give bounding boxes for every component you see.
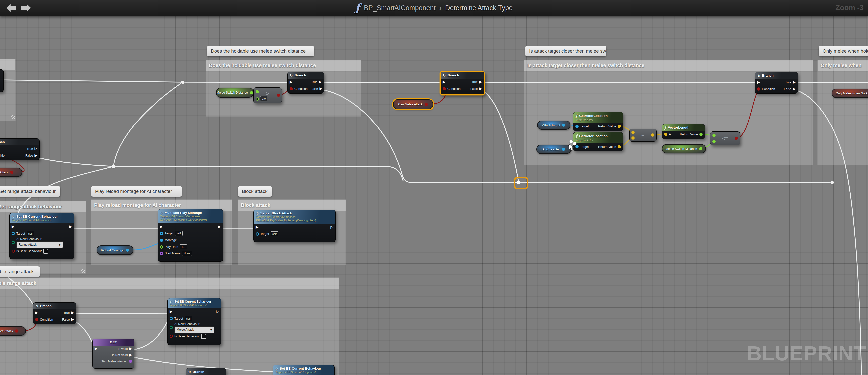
output-pin[interactable]	[735, 137, 738, 140]
input-a-pin[interactable]	[631, 131, 635, 134]
target-self-value[interactable]: self	[185, 316, 192, 321]
exec-out-true-pin[interactable]: ▶	[793, 80, 796, 84]
branch-node-bottom[interactable]: ↻Branch ▶True▶ ConditionFalse▶	[33, 302, 76, 324]
exec-out-false-pin[interactable]: ▶	[793, 87, 796, 91]
behaviour-dropdown[interactable]: Melee Attack▼	[175, 326, 214, 333]
reroute-pin[interactable]	[516, 181, 520, 184]
target-pin[interactable]	[576, 125, 579, 128]
output-pin[interactable]	[425, 103, 428, 106]
blueprint-graph-canvas[interactable]: Does the holdable use melee switch dista…	[0, 0, 868, 375]
start-name-pin[interactable]	[160, 252, 163, 255]
exec-out-pin[interactable]: ▷	[216, 310, 219, 314]
exec-in-pin[interactable]: ▶	[160, 225, 163, 229]
set-bb-current-behaviour-node-range[interactable]: ◇Set BB Current Behaviour Target is BP S…	[9, 213, 74, 259]
get-node[interactable]: GET ▶Is Valid▶ Is Not Valid▶ Start Melee…	[92, 339, 134, 369]
target-pin[interactable]	[12, 232, 15, 235]
subtract-node[interactable]: –	[629, 129, 657, 142]
target-pin[interactable]	[256, 232, 259, 235]
branch-node-bottom-clipped[interactable]: ↻Branch	[186, 368, 226, 375]
return-value-pin[interactable]	[618, 125, 621, 128]
wire-junction-dot[interactable]	[181, 81, 184, 84]
variable-pill-can-melee-attack-bottom-clipped[interactable]: Can Melee Attack	[0, 326, 26, 336]
target-pin[interactable]	[170, 317, 173, 320]
start-name-value[interactable]: None	[182, 251, 192, 256]
condition-pin[interactable]	[35, 318, 38, 321]
output-pin[interactable]	[277, 93, 280, 97]
output-pin[interactable]	[562, 148, 565, 151]
is-base-pin[interactable]	[170, 335, 173, 338]
target-self-value[interactable]: self	[175, 231, 183, 236]
input-b-pin[interactable]	[712, 140, 716, 143]
set-bb-current-behaviour-node-clipped[interactable]: ◇Set BB Current Behaviour Target is BP S…	[273, 365, 335, 375]
input-a-pin[interactable]	[712, 134, 716, 137]
exec-out-false-pin[interactable]: ▶	[71, 318, 74, 321]
wire-junction-dot[interactable]	[831, 181, 834, 184]
get-actor-location-node-1[interactable]: ƒGetActorLocation Target is Actor Target…	[573, 112, 623, 131]
output-pin[interactable]	[651, 134, 654, 137]
exec-in-pin[interactable]: ▶	[12, 225, 15, 229]
variable-pill-melee-switch-distance-2[interactable]: Melee Switch Distance	[662, 144, 706, 153]
behaviour-enum-pin[interactable]	[170, 326, 173, 329]
variable-pill-only-melee-clipped[interactable]: Only Melee when No Ar	[832, 89, 868, 98]
exec-in-pin[interactable]: ▶	[35, 311, 38, 315]
branch-node-3[interactable]: ↻Branch ▶True▶ ConditionFalse▶	[755, 72, 798, 93]
play-rate-pin[interactable]	[160, 245, 163, 249]
greater-node[interactable]: > 0.0	[253, 87, 282, 103]
exec-in-pin[interactable]: ▶	[757, 80, 760, 84]
output-pin[interactable]	[10, 171, 13, 174]
target-self-value[interactable]: self	[271, 231, 278, 236]
reroute-node-selected[interactable]	[514, 177, 528, 190]
return-value-pin[interactable]	[699, 133, 703, 136]
variable-pill-reload-montage[interactable]: Reload Montage	[97, 245, 133, 255]
exec-out-true-pin[interactable]: ▶	[71, 311, 74, 315]
input-a-pin[interactable]	[256, 90, 259, 93]
input-b-pin[interactable]	[256, 97, 259, 100]
input-b-pin[interactable]	[631, 137, 635, 140]
get-actor-location-node-2[interactable]: ƒGetActorLocation Target is Actor Target…	[573, 132, 623, 151]
exec-out-pin[interactable]: ▶	[69, 225, 72, 229]
exec-in-pin[interactable]: ▶	[95, 347, 98, 350]
output-pin[interactable]	[126, 249, 129, 252]
output-pin[interactable]	[562, 123, 565, 127]
output-pin[interactable]	[699, 147, 702, 150]
wire-junction-dot[interactable]	[112, 165, 115, 168]
variable-pill-melee-switch-distance[interactable]: Melee Switch Distance	[216, 88, 253, 97]
condition-pin[interactable]	[289, 87, 293, 90]
exec-out-false-pin[interactable]: ▶	[319, 87, 322, 91]
variable-pill-attack-target[interactable]: Attack Target	[537, 120, 570, 130]
behaviour-dropdown[interactable]: Range Attack▼	[17, 241, 63, 248]
branch-node-2-selected[interactable]: ↻Branch ▶True▶ ConditionFalse▶	[440, 71, 485, 95]
exec-in-pin[interactable]: ▶	[170, 310, 173, 314]
return-value-pin[interactable]	[618, 145, 621, 148]
variable-pill-can-melee-attack-clipped[interactable]: Can Melee Attack	[0, 168, 22, 177]
is-not-valid-exec-pin[interactable]: ▶	[129, 353, 132, 357]
exec-out-pin[interactable]: ▶	[218, 225, 221, 229]
forward-arrow-icon[interactable]	[21, 4, 31, 12]
is-base-checkbox[interactable]	[43, 249, 48, 254]
multicast-play-montage-node[interactable]: ◇Multicast Play Montage Target is BP Sma…	[158, 209, 223, 262]
exec-in-pin[interactable]: ▶	[256, 225, 259, 229]
exec-out-true-pin[interactable]: ▶	[479, 80, 482, 84]
exec-in-pin[interactable]: ▶	[443, 80, 445, 84]
exec-out-pin[interactable]: ▷	[331, 225, 334, 229]
greater-b-value[interactable]: 0.0	[260, 96, 268, 101]
start-melee-weapon-pin[interactable]	[129, 359, 132, 363]
behaviour-enum-pin[interactable]	[12, 241, 15, 244]
less-equal-node[interactable]: <=	[710, 132, 740, 145]
a-pin[interactable]	[664, 133, 668, 136]
variable-pill-can-melee-attack[interactable]: Can Melee Attack	[393, 99, 433, 109]
output-pin[interactable]	[250, 91, 253, 94]
exec-in-pin[interactable]: ▶	[289, 80, 292, 84]
vector-length-node[interactable]: ƒVectorLength AReturn Value	[662, 124, 705, 139]
exec-out-true-pin[interactable]: ▷	[34, 147, 37, 151]
is-base-checkbox[interactable]	[201, 334, 206, 339]
node-clipped-left-edge[interactable]	[0, 69, 4, 92]
is-base-pin[interactable]	[12, 250, 15, 253]
branch-node-left-clipped[interactable]: ↻Branch ▶True▷ ConditionFalse▶	[0, 139, 40, 160]
exec-out-false-pin[interactable]: ▶	[34, 154, 37, 157]
exec-out-true-pin[interactable]: ▶	[319, 80, 322, 84]
is-valid-exec-pin[interactable]: ▶	[129, 347, 132, 350]
play-rate-value[interactable]: 1.0	[180, 244, 187, 249]
condition-pin[interactable]	[443, 87, 446, 90]
output-pin[interactable]	[15, 329, 19, 333]
